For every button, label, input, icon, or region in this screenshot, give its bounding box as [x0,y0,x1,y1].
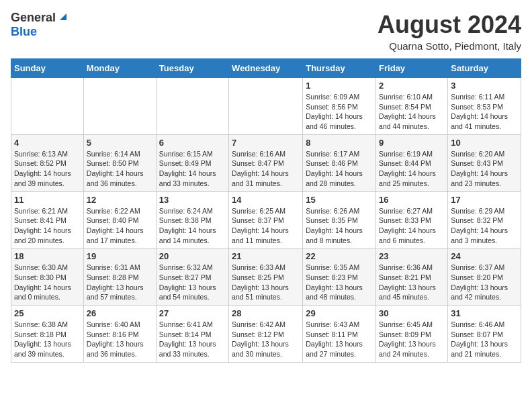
calendar-cell: 17Sunrise: 6:29 AMSunset: 8:32 PMDayligh… [448,191,521,248]
calendar-cell: 16Sunrise: 6:27 AMSunset: 8:33 PMDayligh… [376,191,448,248]
day-number: 27 [159,308,226,318]
calendar-cell: 14Sunrise: 6:25 AMSunset: 8:37 PMDayligh… [229,191,303,248]
calendar-week-3: 11Sunrise: 6:21 AMSunset: 8:41 PMDayligh… [11,191,521,248]
day-info: Sunrise: 6:37 AMSunset: 8:20 PMDaylight:… [451,263,518,302]
calendar-cell: 13Sunrise: 6:24 AMSunset: 8:38 PMDayligh… [156,191,228,248]
calendar-cell: 4Sunrise: 6:13 AMSunset: 8:52 PMDaylight… [11,134,84,191]
day-number: 2 [379,81,445,91]
day-number: 5 [87,138,153,148]
day-number: 12 [87,195,153,205]
calendar-cell: 8Sunrise: 6:17 AMSunset: 8:46 PMDaylight… [303,134,376,191]
day-number: 1 [306,81,373,91]
day-info: Sunrise: 6:25 AMSunset: 8:37 PMDaylight:… [232,206,300,246]
calendar-cell: 24Sunrise: 6:37 AMSunset: 8:20 PMDayligh… [448,248,521,306]
calendar-cell: 22Sunrise: 6:35 AMSunset: 8:23 PMDayligh… [303,248,376,306]
day-info: Sunrise: 6:27 AMSunset: 8:33 PMDaylight:… [379,206,445,246]
day-info: Sunrise: 6:15 AMSunset: 8:49 PMDaylight:… [159,149,226,189]
calendar-cell [11,78,84,135]
day-number: 13 [159,195,226,205]
day-number: 15 [306,195,373,205]
day-number: 3 [451,81,518,91]
day-info: Sunrise: 6:46 AMSunset: 8:07 PMDaylight:… [451,320,518,359]
day-info: Sunrise: 6:24 AMSunset: 8:38 PMDaylight:… [159,206,226,246]
header-thursday: Thursday [303,59,376,78]
day-info: Sunrise: 6:09 AMSunset: 8:56 PMDaylight:… [306,92,373,132]
header-monday: Monday [83,59,156,78]
day-number: 20 [159,251,226,261]
calendar-cell: 6Sunrise: 6:15 AMSunset: 8:49 PMDaylight… [156,134,228,191]
day-info: Sunrise: 6:29 AMSunset: 8:32 PMDaylight:… [451,206,518,246]
location-text: Quarna Sotto, Piedmont, Italy [378,40,521,52]
day-number: 22 [306,251,373,261]
day-number: 4 [14,138,81,148]
svg-marker-0 [60,13,66,20]
day-info: Sunrise: 6:38 AMSunset: 8:18 PMDaylight:… [14,320,81,359]
day-info: Sunrise: 6:41 AMSunset: 8:14 PMDaylight:… [159,320,226,359]
calendar-cell [83,78,156,135]
logo: General Blue [11,11,69,39]
calendar-table: SundayMondayTuesdayWednesdayThursdayFrid… [11,58,521,363]
day-info: Sunrise: 6:20 AMSunset: 8:43 PMDaylight:… [451,149,518,189]
calendar-cell: 20Sunrise: 6:32 AMSunset: 8:27 PMDayligh… [156,248,228,306]
day-number: 29 [306,308,373,318]
header-sunday: Sunday [11,59,84,78]
day-number: 28 [232,308,300,318]
calendar-cell: 9Sunrise: 6:19 AMSunset: 8:44 PMDaylight… [376,134,448,191]
logo-blue-text: Blue [11,25,37,39]
day-number: 6 [159,138,226,148]
calendar-cell: 25Sunrise: 6:38 AMSunset: 8:18 PMDayligh… [11,306,84,363]
day-info: Sunrise: 6:36 AMSunset: 8:21 PMDaylight:… [379,263,445,302]
day-number: 25 [14,308,81,318]
calendar-cell: 10Sunrise: 6:20 AMSunset: 8:43 PMDayligh… [448,134,521,191]
day-info: Sunrise: 6:22 AMSunset: 8:40 PMDaylight:… [87,206,153,246]
page-header: General Blue August 2024 Quarna Sotto, P… [11,11,521,52]
day-info: Sunrise: 6:42 AMSunset: 8:12 PMDaylight:… [232,320,300,359]
calendar-cell [229,78,303,135]
calendar-cell: 5Sunrise: 6:14 AMSunset: 8:50 PMDaylight… [83,134,156,191]
calendar-week-5: 25Sunrise: 6:38 AMSunset: 8:18 PMDayligh… [11,306,521,363]
calendar-cell: 28Sunrise: 6:42 AMSunset: 8:12 PMDayligh… [229,306,303,363]
calendar-week-2: 4Sunrise: 6:13 AMSunset: 8:52 PMDaylight… [11,134,521,191]
day-number: 23 [379,251,445,261]
day-info: Sunrise: 6:33 AMSunset: 8:25 PMDaylight:… [232,263,300,302]
day-info: Sunrise: 6:32 AMSunset: 8:27 PMDaylight:… [159,263,226,302]
day-info: Sunrise: 6:31 AMSunset: 8:28 PMDaylight:… [87,263,153,302]
day-info: Sunrise: 6:45 AMSunset: 8:09 PMDaylight:… [379,320,445,359]
day-info: Sunrise: 6:14 AMSunset: 8:50 PMDaylight:… [87,149,153,189]
day-info: Sunrise: 6:26 AMSunset: 8:35 PMDaylight:… [306,206,373,246]
day-info: Sunrise: 6:40 AMSunset: 8:16 PMDaylight:… [87,320,153,359]
day-number: 31 [451,308,518,318]
logo-general-text: General [11,11,56,25]
day-number: 8 [306,138,373,148]
day-info: Sunrise: 6:21 AMSunset: 8:41 PMDaylight:… [14,206,81,246]
day-number: 21 [232,251,300,261]
month-title: August 2024 [378,11,521,39]
day-info: Sunrise: 6:10 AMSunset: 8:54 PMDaylight:… [379,92,445,132]
calendar-cell: 18Sunrise: 6:30 AMSunset: 8:30 PMDayligh… [11,248,84,306]
calendar-cell: 29Sunrise: 6:43 AMSunset: 8:11 PMDayligh… [303,306,376,363]
day-number: 14 [232,195,300,205]
calendar-cell: 3Sunrise: 6:11 AMSunset: 8:53 PMDaylight… [448,78,521,135]
day-number: 9 [379,138,445,148]
day-info: Sunrise: 6:35 AMSunset: 8:23 PMDaylight:… [306,263,373,302]
calendar-cell: 12Sunrise: 6:22 AMSunset: 8:40 PMDayligh… [83,191,156,248]
calendar-cell: 7Sunrise: 6:16 AMSunset: 8:47 PMDaylight… [229,134,303,191]
header-friday: Friday [376,59,448,78]
calendar-cell: 2Sunrise: 6:10 AMSunset: 8:54 PMDaylight… [376,78,448,135]
header-wednesday: Wednesday [229,59,303,78]
calendar-week-1: 1Sunrise: 6:09 AMSunset: 8:56 PMDaylight… [11,78,521,135]
calendar-cell: 15Sunrise: 6:26 AMSunset: 8:35 PMDayligh… [303,191,376,248]
day-number: 16 [379,195,445,205]
title-area: August 2024 Quarna Sotto, Piedmont, Ital… [378,11,521,52]
day-info: Sunrise: 6:17 AMSunset: 8:46 PMDaylight:… [306,149,373,189]
calendar-cell: 30Sunrise: 6:45 AMSunset: 8:09 PMDayligh… [376,306,448,363]
day-number: 19 [87,251,153,261]
day-info: Sunrise: 6:30 AMSunset: 8:30 PMDaylight:… [14,263,81,302]
calendar-cell: 19Sunrise: 6:31 AMSunset: 8:28 PMDayligh… [83,248,156,306]
header-tuesday: Tuesday [156,59,228,78]
day-number: 30 [379,308,445,318]
day-number: 11 [14,195,81,205]
day-number: 7 [232,138,300,148]
calendar-cell: 1Sunrise: 6:09 AMSunset: 8:56 PMDaylight… [303,78,376,135]
calendar-cell [156,78,228,135]
